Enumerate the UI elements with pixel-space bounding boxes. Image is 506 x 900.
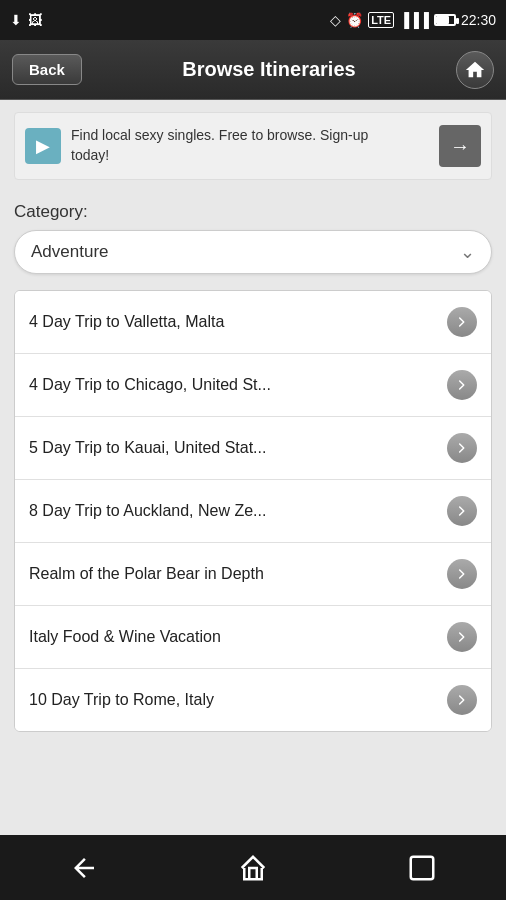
list-item[interactable]: Realm of the Polar Bear in Depth — [15, 543, 491, 606]
ad-banner[interactable]: ▶ Find local sexy singles. Free to brows… — [14, 112, 492, 180]
list-item-arrow-icon — [447, 559, 477, 589]
page-title: Browse Itineraries — [82, 58, 456, 81]
lte-badge: LTE — [368, 12, 394, 28]
list-item-title: Realm of the Polar Bear in Depth — [29, 565, 264, 583]
bottom-nav — [0, 835, 506, 900]
status-bar: ⬇ 🖼 ◇ ⏰ LTE ▐▐▐ 22:30 — [0, 0, 506, 40]
list-item-title: 4 Day Trip to Valletta, Malta — [29, 313, 224, 331]
list-item-arrow-icon — [447, 496, 477, 526]
list-item[interactable]: 4 Day Trip to Valletta, Malta — [15, 291, 491, 354]
list-item[interactable]: 5 Day Trip to Kauai, United Stat... — [15, 417, 491, 480]
list-item-arrow-icon — [447, 685, 477, 715]
chevron-down-icon: ⌄ — [460, 241, 475, 263]
home-outline-icon — [238, 853, 268, 883]
back-button[interactable]: Back — [12, 54, 82, 85]
recent-apps-icon — [407, 853, 437, 883]
list-item-title: 4 Day Trip to Chicago, United St... — [29, 376, 271, 394]
list-item-title: 8 Day Trip to Auckland, New Ze... — [29, 502, 266, 520]
itinerary-list: 4 Day Trip to Valletta, Malta4 Day Trip … — [14, 290, 492, 732]
signal-bars-icon: ▐▐▐ — [399, 12, 429, 28]
list-item-arrow-icon — [447, 370, 477, 400]
home-button[interactable] — [456, 51, 494, 89]
alarm-icon: ⏰ — [346, 12, 363, 28]
signal-icon: ◇ — [330, 12, 341, 28]
list-item-title: Italy Food & Wine Vacation — [29, 628, 221, 646]
list-item[interactable]: 4 Day Trip to Chicago, United St... — [15, 354, 491, 417]
image-icon: 🖼 — [28, 12, 42, 28]
ad-text: Find local sexy singles. Free to browse.… — [71, 126, 371, 165]
list-item[interactable]: Italy Food & Wine Vacation — [15, 606, 491, 669]
list-item[interactable]: 8 Day Trip to Auckland, New Ze... — [15, 480, 491, 543]
category-selected-value: Adventure — [31, 242, 109, 262]
top-nav: Back Browse Itineraries — [0, 40, 506, 100]
category-section: Category: Adventure ⌄ — [0, 192, 506, 280]
ad-left: ▶ Find local sexy singles. Free to brows… — [25, 126, 371, 165]
ad-icon: ▶ — [25, 128, 61, 164]
nav-back-button[interactable] — [54, 838, 114, 898]
category-label: Category: — [14, 202, 492, 222]
list-item[interactable]: 10 Day Trip to Rome, Italy — [15, 669, 491, 731]
list-item-arrow-icon — [447, 622, 477, 652]
svg-rect-1 — [410, 856, 433, 879]
list-item-title: 10 Day Trip to Rome, Italy — [29, 691, 214, 709]
list-item-arrow-icon — [447, 307, 477, 337]
list-item-title: 5 Day Trip to Kauai, United Stat... — [29, 439, 266, 457]
nav-home-button[interactable] — [223, 838, 283, 898]
list-item-arrow-icon — [447, 433, 477, 463]
home-icon — [464, 59, 486, 81]
battery-icon — [434, 14, 456, 26]
ad-arrow-button[interactable]: → — [439, 125, 481, 167]
nav-recent-button[interactable] — [392, 838, 452, 898]
clock: 22:30 — [461, 12, 496, 28]
back-arrow-icon — [69, 853, 99, 883]
download-icon: ⬇ — [10, 12, 22, 28]
category-dropdown[interactable]: Adventure ⌄ — [14, 230, 492, 274]
main-content: ▶ Find local sexy singles. Free to brows… — [0, 100, 506, 835]
